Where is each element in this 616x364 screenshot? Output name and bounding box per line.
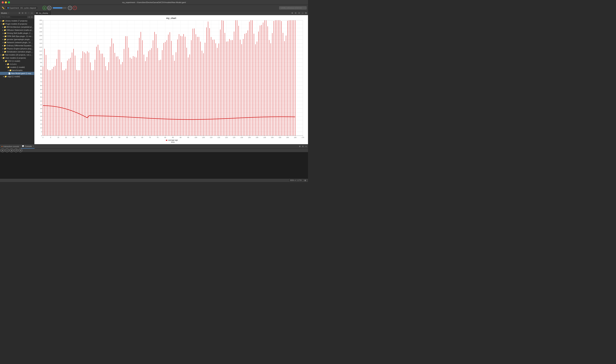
tree-icon-bdi: 📁 xyxy=(4,26,6,28)
tree-item-test-models[interactable]: ▶ 📁 Test models (20 projects, not yet ru… xyxy=(0,53,34,56)
svg-text:average age: average age xyxy=(168,139,178,141)
tree-label-physics: Physics Engine (physics plugin, 4 models… xyxy=(7,48,34,50)
tree-icon-library-models: 📁 xyxy=(2,20,4,22)
tree-item-fipa[interactable]: ▶ 📁 FIPA Skill (fipa plugin, 11 models) xyxy=(0,35,34,38)
svg-text:105: 105 xyxy=(202,137,205,138)
display-icon-5[interactable]: ⊠ xyxy=(305,12,307,14)
my-display-tab[interactable]: my_display × xyxy=(35,11,51,15)
console-btn-stop[interactable]: ⊘ xyxy=(19,148,22,152)
panel-icon-5[interactable]: ▭ xyxy=(30,12,33,14)
models-tab[interactable]: Models × xyxy=(1,12,9,14)
tree-item-diffusion[interactable]: ▶ 📁 Diffusion Statement (maths plugin, 8… xyxy=(0,28,34,32)
model-search-input[interactable] xyxy=(1,16,27,18)
tree-label-library-models: Library models (7 projects) xyxy=(5,20,27,22)
svg-text:110: 110 xyxy=(210,137,212,138)
tree-item-new-model[interactable]: 📄 New Model.gaml (1 experiment) xyxy=(0,72,34,75)
bottom-panel-icon-3[interactable]: ▭ xyxy=(305,145,307,148)
stop-button[interactable]: ✕ xyxy=(73,6,77,10)
tree-item-physics[interactable]: ▶ 📁 Physics Engine (physics plugin, 4 mo… xyxy=(0,47,34,50)
window-title: my_experiment - /Users/ben/Dev/wsGamaGit… xyxy=(122,1,186,3)
tree-item-models-folder[interactable]: ▼ 📁 models (1 model) xyxy=(0,66,34,69)
svg-text:60: 60 xyxy=(40,89,42,91)
tree-item-ode[interactable]: ▶ 📁 Ordinary Differential Equations (mat… xyxy=(0,44,34,47)
svg-text:155: 155 xyxy=(279,137,281,138)
my-display-tab-close[interactable]: × xyxy=(49,12,50,14)
tree-item-genstar[interactable]: ▶ 📁 genstar (gamaplugin plugin, 24 model… xyxy=(0,38,34,41)
tree-item-bdi[interactable]: ▶ 📁 BDI Architecture (simplebdi plugin, … xyxy=(0,26,34,28)
svg-text:45: 45 xyxy=(111,137,113,138)
tree-item-network[interactable]: ▶ 📁 Network (network plugin, 14 models) xyxy=(0,41,34,44)
tree-label-serialization: Serialization (serialize plugin, 12 mode… xyxy=(7,51,34,53)
expand-tri-serialization: ▶ xyxy=(3,51,4,52)
step-button[interactable]: ⏭ xyxy=(47,6,51,10)
tree-item-includes[interactable]: ▶ 📁 includes xyxy=(0,63,34,66)
bottom-panel-icon-2[interactable]: ⊟ xyxy=(301,145,304,148)
svg-text:55: 55 xyxy=(40,92,42,94)
tree-item-csv[interactable]: ▼ 📁 CSV (1 model) xyxy=(0,59,34,63)
expand-tri-csv: ▼ xyxy=(3,60,4,62)
tree-item-driving[interactable]: ▶ 📁 Driving Skill (traffic plugin, 2 mod… xyxy=(0,32,34,35)
display-icon-4[interactable]: ▭ xyxy=(301,12,304,14)
console-tab[interactable]: 💬 Console × xyxy=(21,144,35,148)
close-button[interactable] xyxy=(2,1,4,3)
tree-item-serialization[interactable]: ▶ 📁 Serialization (serialize plugin, 12 … xyxy=(0,50,34,53)
tree-icon-serialization: 📁 xyxy=(4,51,6,53)
right-panel: my_display × ⊞ ⊟ ⊡ ▭ ⊠ my_chart 05101520… xyxy=(34,11,308,144)
panel-icon-1[interactable]: ⊞ xyxy=(18,12,21,14)
tree-label-diffusion: Diffusion Statement (maths plugin, 8 mod… xyxy=(7,29,34,31)
svg-text:20: 20 xyxy=(40,119,42,121)
svg-text:35: 35 xyxy=(96,137,97,138)
tree-icon-genstar: 📁 xyxy=(4,38,6,40)
console-btn-reload[interactable]: ↺ xyxy=(14,148,18,152)
svg-text:70: 70 xyxy=(149,137,151,138)
memory-text: 498M of 1137M xyxy=(290,179,302,181)
tree-item-sdgd[interactable]: ▶ 📁 sdgd (1 model) xyxy=(0,75,34,78)
panel-icon-3[interactable]: ⊡ xyxy=(24,12,27,14)
models-tab-close[interactable]: × xyxy=(8,12,9,14)
console-tab-close[interactable]: × xyxy=(33,145,34,147)
tree-item-plugin-models[interactable]: ▼ 📁 Plugin models (9 projects) xyxy=(0,22,34,26)
gaml-search-input[interactable] xyxy=(279,6,307,10)
svg-text:110: 110 xyxy=(39,50,42,52)
expand-tri-physics: ▶ xyxy=(3,48,4,50)
tree-label-plugin-models: Plugin models (9 projects) xyxy=(5,23,27,25)
console-btn-pause[interactable]: ⏸ xyxy=(10,148,13,152)
console-area xyxy=(0,152,308,179)
expand-tri-ode: ▶ xyxy=(2,45,3,46)
search-prev-icon[interactable]: ◁ xyxy=(28,16,30,18)
display-icon-2[interactable]: ⊟ xyxy=(294,12,297,14)
chart-title: my_chart xyxy=(166,17,176,19)
tree-item-user-models[interactable]: ▼ 📁 User models (2 projects) xyxy=(0,56,34,59)
expand-tri-genstar: ▶ xyxy=(3,39,4,40)
svg-text:50: 50 xyxy=(40,96,42,98)
console-btn-a-upper[interactable]: A xyxy=(1,148,4,152)
memory-icon[interactable]: 🗑 xyxy=(304,179,307,182)
svg-text:150: 150 xyxy=(271,137,274,138)
minimize-button[interactable] xyxy=(5,1,7,3)
panel-icon-2[interactable]: ⊟ xyxy=(21,12,24,14)
left-panel: Models × ⊞ ⊟ ⊡ ⋮ ▭ ◁ ▷ ▶ 📁 Library model… xyxy=(0,11,34,144)
sim-controls: ▶ ⏭ ↺ ✕ xyxy=(42,6,77,10)
panel-icon-4[interactable]: ⋮ xyxy=(27,12,30,14)
console-btn-a-lower[interactable]: A xyxy=(5,148,9,152)
edit-icon[interactable]: ✏️ xyxy=(1,6,5,10)
models-panel-header: Models × ⊞ ⊟ ⊡ ⋮ ▭ xyxy=(0,11,34,15)
interactive-console-tab[interactable]: ● Interactive console xyxy=(1,144,20,148)
svg-text:95: 95 xyxy=(187,137,189,138)
expand-tri-diffusion: ▶ xyxy=(2,29,3,31)
tree-item-library-models[interactable]: ▶ 📁 Library models (7 projects) xyxy=(0,19,34,22)
maximize-button[interactable] xyxy=(8,1,10,3)
expand-tri-library-models: ▶ xyxy=(1,20,2,22)
svg-text:140: 140 xyxy=(39,27,42,29)
play-button[interactable]: ▶ xyxy=(42,6,47,10)
svg-text:55: 55 xyxy=(126,137,128,138)
tree-icon-benchmarks: 📁 xyxy=(9,69,12,71)
display-icon-3[interactable]: ⊡ xyxy=(298,12,300,14)
search-next-icon[interactable]: ▷ xyxy=(31,16,34,18)
reload-button[interactable]: ↺ xyxy=(68,6,72,10)
svg-text:15: 15 xyxy=(65,137,67,138)
svg-text:35: 35 xyxy=(40,108,42,109)
bottom-panel-icon-1[interactable]: ⊞ xyxy=(298,145,301,148)
display-icon-1[interactable]: ⊞ xyxy=(291,12,294,14)
tree-item-benchmarks[interactable]: ▶ 📁 benchmarks xyxy=(0,69,34,72)
